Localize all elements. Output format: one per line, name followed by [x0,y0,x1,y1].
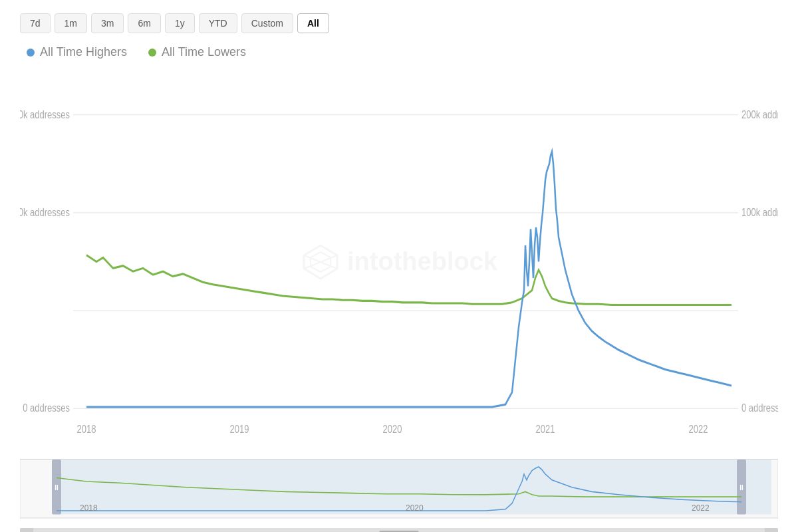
y-axis-right-top: 200k addresses [741,108,778,120]
green-line [86,255,732,305]
y-axis-left-top: 400k addresses [20,108,70,120]
main-chart: intotheblock 400k addresses 200k address… [20,66,778,458]
y-axis-left-mid: 200k addresses [20,207,70,219]
time-range-selector: 7d 1m 3m 6m 1y YTD Custom All [20,13,778,33]
nav-label-2022: 2022 [692,503,710,513]
btn-all[interactable]: All [297,13,329,33]
chart-legend: All Time Highers All Time Lowers [20,45,778,59]
legend-highers[interactable]: All Time Highers [27,45,127,59]
y-axis-right-bot: 0 addresses [741,402,778,414]
btn-7d[interactable]: 7d [20,13,51,33]
blue-line [86,152,732,407]
btn-6m[interactable]: 6m [128,13,160,33]
legend-dot-highers [27,49,35,57]
scrollbar[interactable]: ◄ ||| ► [20,528,778,532]
btn-1y[interactable]: 1y [165,13,195,33]
btn-ytd[interactable]: YTD [199,13,237,33]
btn-1m[interactable]: 1m [55,13,87,33]
legend-lowers[interactable]: All Time Lowers [148,45,246,59]
scroll-left-arrow[interactable]: ◄ [20,528,33,532]
scroll-right-arrow[interactable]: ► [765,528,778,532]
nav-label-2018: 2018 [80,503,98,513]
x-label-2020: 2020 [383,424,402,436]
chart-svg: 400k addresses 200k addresses 0 addresse… [20,66,778,458]
nav-label-2020: 2020 [406,503,424,513]
btn-custom[interactable]: Custom [241,13,293,33]
y-axis-right-mid: 100k addresses [741,207,778,219]
legend-label-lowers: All Time Lowers [162,45,246,59]
y-axis-left-bot: 0 addresses [23,402,70,414]
x-label-2022: 2022 [689,424,708,436]
legend-label-highers: All Time Highers [40,45,127,59]
x-label-2021: 2021 [536,424,555,436]
x-label-2019: 2019 [230,424,249,436]
x-label-2018: 2018 [77,424,96,436]
legend-dot-lowers [148,49,156,57]
chart-navigator[interactable]: II II 2018 2020 2022 ◄ ||| ► [20,459,778,525]
btn-3m[interactable]: 3m [91,13,124,33]
svg-text:II: II [739,483,743,492]
navigator-svg: II II 2018 2020 2022 [20,460,778,525]
svg-text:II: II [55,483,59,492]
